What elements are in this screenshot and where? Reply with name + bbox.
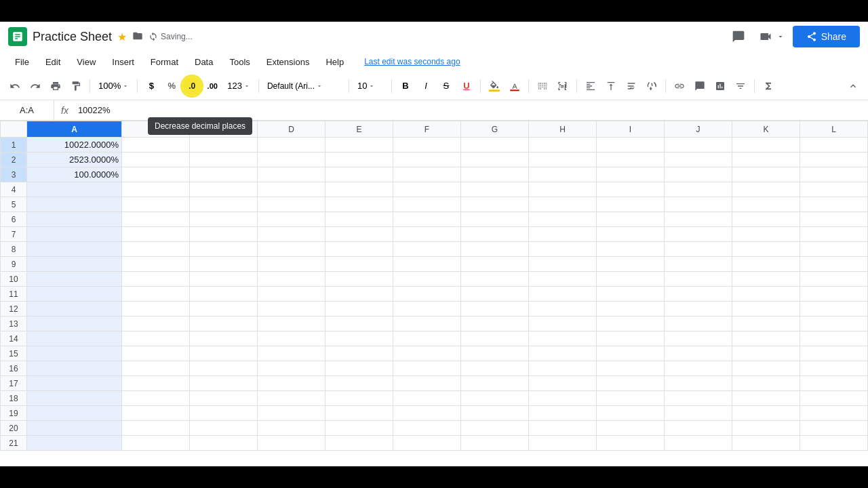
cell-G11[interactable] — [461, 287, 529, 302]
cell-J19[interactable] — [665, 406, 732, 421]
cell-H5[interactable] — [529, 197, 597, 212]
menu-edit[interactable]: Edit — [39, 54, 67, 70]
column-header-j[interactable]: J — [665, 121, 732, 138]
cell-F13[interactable] — [393, 317, 461, 331]
cell-D2[interactable] — [258, 152, 326, 167]
cell-K13[interactable] — [732, 317, 800, 331]
cell-J15[interactable] — [665, 346, 732, 361]
cell-L8[interactable] — [800, 242, 868, 257]
cell-E13[interactable] — [326, 317, 393, 331]
column-header-g[interactable]: G — [461, 121, 529, 138]
cell-D12[interactable] — [258, 302, 326, 317]
column-header-f[interactable]: F — [393, 121, 461, 138]
cell-B5[interactable] — [122, 197, 190, 212]
cell-L19[interactable] — [800, 406, 868, 421]
cell-G8[interactable] — [461, 242, 529, 257]
cell-J14[interactable] — [665, 331, 732, 346]
menu-format[interactable]: Format — [144, 54, 185, 70]
cell-C8[interactable] — [190, 242, 258, 257]
cell-H18[interactable] — [529, 391, 597, 406]
row-header-5[interactable]: 5 — [1, 197, 27, 212]
menu-data[interactable]: Data — [188, 54, 220, 70]
cell-I12[interactable] — [597, 302, 665, 317]
row-header-10[interactable]: 10 — [1, 272, 27, 287]
cell-H7[interactable] — [529, 227, 597, 242]
cell-A15[interactable] — [27, 346, 122, 361]
cell-A2[interactable]: 2523.0000% — [27, 152, 122, 167]
cell-B1[interactable] — [122, 138, 190, 152]
filter-button[interactable] — [731, 77, 750, 96]
row-header-2[interactable]: 2 — [1, 152, 27, 167]
cell-B12[interactable] — [122, 302, 190, 317]
cell-G2[interactable] — [461, 152, 529, 167]
cell-H3[interactable] — [529, 167, 597, 182]
cell-A12[interactable] — [27, 302, 122, 317]
redo-button[interactable] — [26, 77, 45, 96]
zoom-dropdown[interactable]: 100% — [94, 79, 133, 92]
menu-insert[interactable]: Insert — [105, 54, 141, 70]
currency-button[interactable]: $ — [142, 77, 161, 96]
cell-D5[interactable] — [258, 197, 326, 212]
cell-H4[interactable] — [529, 182, 597, 197]
cell-C4[interactable] — [190, 182, 258, 197]
cell-F4[interactable] — [393, 182, 461, 197]
row-header-1[interactable]: 1 — [1, 138, 27, 152]
cell-D3[interactable] — [258, 167, 326, 182]
cell-K16[interactable] — [732, 361, 800, 376]
cell-G10[interactable] — [461, 272, 529, 287]
cell-B3[interactable] — [122, 167, 190, 182]
cell-A11[interactable] — [27, 287, 122, 302]
column-header-e[interactable]: E — [326, 121, 393, 138]
font-family-dropdown[interactable]: Default (Ari... — [263, 80, 344, 92]
cell-K21[interactable] — [732, 436, 800, 451]
cell-B21[interactable] — [122, 436, 190, 451]
text-color-button[interactable] — [505, 77, 524, 96]
cell-J13[interactable] — [665, 317, 732, 331]
column-header-k[interactable]: K — [732, 121, 800, 138]
cell-I17[interactable] — [597, 376, 665, 391]
cell-G13[interactable] — [461, 317, 529, 331]
column-header-a[interactable]: A — [27, 121, 122, 138]
cell-G20[interactable] — [461, 421, 529, 436]
cell-K2[interactable] — [732, 152, 800, 167]
document-title[interactable]: Practice Sheet — [33, 30, 112, 44]
cell-F18[interactable] — [393, 391, 461, 406]
cell-I7[interactable] — [597, 227, 665, 242]
cell-D18[interactable] — [258, 391, 326, 406]
cell-K3[interactable] — [732, 167, 800, 182]
cell-E17[interactable] — [326, 376, 393, 391]
cell-H11[interactable] — [529, 287, 597, 302]
cell-K8[interactable] — [732, 242, 800, 257]
cell-K10[interactable] — [732, 272, 800, 287]
cell-C15[interactable] — [190, 346, 258, 361]
cell-I18[interactable] — [597, 391, 665, 406]
cell-I14[interactable] — [597, 331, 665, 346]
cell-K11[interactable] — [732, 287, 800, 302]
cell-B4[interactable] — [122, 182, 190, 197]
cell-B11[interactable] — [122, 287, 190, 302]
share-button[interactable]: Share — [793, 26, 860, 47]
row-header-13[interactable]: 13 — [1, 317, 27, 331]
cell-G21[interactable] — [461, 436, 529, 451]
cell-C7[interactable] — [190, 227, 258, 242]
cell-C1[interactable] — [190, 138, 258, 152]
cell-C17[interactable] — [190, 376, 258, 391]
cell-D15[interactable] — [258, 346, 326, 361]
collapse-toolbar-button[interactable] — [844, 77, 863, 96]
vertical-align-button[interactable] — [601, 77, 620, 96]
cell-D11[interactable] — [258, 287, 326, 302]
cell-E7[interactable] — [326, 227, 393, 242]
cell-L15[interactable] — [800, 346, 868, 361]
menu-extensions[interactable]: Extensions — [260, 54, 317, 70]
cell-J7[interactable] — [665, 227, 732, 242]
row-header-20[interactable]: 20 — [1, 421, 27, 436]
cell-J16[interactable] — [665, 361, 732, 376]
cell-A21[interactable] — [27, 436, 122, 451]
cell-G9[interactable] — [461, 257, 529, 272]
cell-L14[interactable] — [800, 331, 868, 346]
cell-I8[interactable] — [597, 242, 665, 257]
cell-G17[interactable] — [461, 376, 529, 391]
folder-icon[interactable] — [132, 30, 143, 43]
cell-B7[interactable] — [122, 227, 190, 242]
cell-G1[interactable] — [461, 138, 529, 152]
